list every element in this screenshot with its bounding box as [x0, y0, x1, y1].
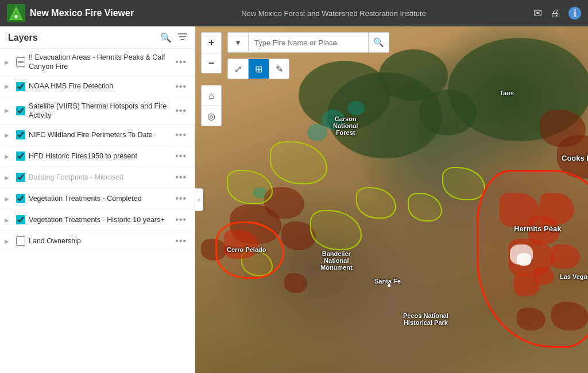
- historic-area: [551, 302, 588, 331]
- layers-list: ▶!! Evacuation Areas - Hermits Peaks & C…: [0, 49, 195, 373]
- location-button[interactable]: ◎: [201, 106, 222, 126]
- sidebar-icons: 🔍: [160, 32, 188, 44]
- home-button[interactable]: ⌂: [201, 85, 222, 106]
- nav-buttons: ⤢ ⊞ ✎: [227, 59, 289, 79]
- header-actions: ✉ 🖨 ℹ: [533, 7, 581, 20]
- layer-checkbox[interactable]: [16, 130, 25, 139]
- main-content: Layers 🔍 ▶!! Evacuation Areas - Hermits …: [0, 26, 588, 373]
- layer-checkbox[interactable]: [16, 173, 25, 182]
- layer-expand-icon[interactable]: ▶: [5, 217, 13, 223]
- search-layers-icon[interactable]: 🔍: [160, 32, 172, 44]
- layer-label: NIFC Wildland Fire Perimeters To Date: [29, 130, 173, 139]
- layer-expand-icon[interactable]: ▶: [5, 238, 13, 244]
- map-area[interactable]: CarsonNationalForest Taos Cooks Peak Cer…: [195, 26, 588, 373]
- layer-menu-button[interactable]: •••: [173, 150, 189, 162]
- layer-checkbox[interactable]: [16, 106, 25, 115]
- layer-label: NOAA HMS Fire Detection: [29, 81, 173, 91]
- search-button[interactable]: 🔍: [369, 32, 389, 53]
- layer-label: Satellite (VIIRS) Thermal Hotspots and F…: [29, 102, 173, 121]
- fire-area-cerro: [224, 230, 258, 259]
- layer-expand-icon[interactable]: ▶: [5, 107, 13, 114]
- layer-menu-button[interactable]: •••: [173, 104, 189, 117]
- layer-label: Land Ownership: [29, 236, 173, 246]
- layer-checkbox[interactable]: [16, 236, 25, 246]
- layer-checkbox[interactable]: [16, 194, 25, 203]
- layer-expand-icon[interactable]: ▶: [5, 132, 13, 138]
- layer-checkbox[interactable]: [16, 215, 25, 224]
- app-logo: [7, 4, 25, 22]
- app-title: New Mexico Fire Viewer: [30, 8, 134, 18]
- header-subtitle: New Mexico Forest and Watershed Restorat…: [241, 9, 426, 18]
- zoom-in-button[interactable]: +: [201, 32, 222, 53]
- layer-checkbox[interactable]: [16, 82, 25, 91]
- sidebar-header: Layers 🔍: [0, 26, 195, 49]
- search-input[interactable]: [248, 32, 369, 53]
- teal-patch: [347, 101, 365, 115]
- layer-menu-button[interactable]: •••: [173, 213, 189, 226]
- fire-area: [534, 267, 554, 285]
- historic-area: [284, 273, 307, 293]
- collapse-sidebar-button[interactable]: ‹: [195, 188, 203, 211]
- svg-point-3: [14, 15, 18, 18]
- layer-expand-icon[interactable]: ▶: [5, 196, 13, 202]
- layer-expand-icon[interactable]: ▶: [5, 174, 13, 181]
- layers-title: Layers: [8, 33, 38, 43]
- layer-menu-button[interactable]: •••: [173, 80, 189, 93]
- layer-expand-icon[interactable]: ▶: [5, 153, 13, 160]
- search-bar: ▾ 🔍: [227, 32, 389, 53]
- layer-item[interactable]: ▶Satellite (VIIRS) Thermal Hotspots and …: [0, 98, 195, 125]
- historic-area: [201, 239, 227, 261]
- layer-expand-icon[interactable]: ▶: [5, 59, 13, 65]
- layer-menu-button[interactable]: •••: [173, 171, 189, 184]
- layer-menu-button[interactable]: •••: [173, 129, 189, 141]
- grid-view-button[interactable]: ⊞: [248, 59, 269, 79]
- collapse-icon: ‹: [198, 197, 200, 203]
- layer-menu-button[interactable]: •••: [173, 56, 189, 68]
- zoom-out-button[interactable]: −: [201, 53, 222, 73]
- layer-menu-button[interactable]: •••: [173, 235, 189, 247]
- tool-buttons: ⌂ ◎: [201, 85, 222, 126]
- back-nav-button[interactable]: ⤢: [227, 59, 248, 79]
- sidebar: Layers 🔍 ▶!! Evacuation Areas - Hermits …: [0, 26, 195, 373]
- layer-checkbox[interactable]: [16, 57, 25, 67]
- layer-item[interactable]: ▶NOAA HMS Fire Detection•••: [0, 76, 195, 98]
- search-dropdown-button[interactable]: ▾: [227, 32, 248, 53]
- info-icon[interactable]: ℹ: [568, 7, 581, 20]
- layer-item[interactable]: ▶Vegetation Treatments - Completed•••: [0, 188, 195, 209]
- layer-item[interactable]: ▶Land Ownership•••: [0, 231, 195, 252]
- email-icon[interactable]: ✉: [533, 7, 542, 20]
- layer-expand-icon[interactable]: ▶: [5, 83, 13, 90]
- historic-area: [517, 308, 546, 331]
- app-header: New Mexico Fire Viewer New Mexico Forest…: [0, 0, 588, 26]
- layer-label: Vegetation Treatments - Completed: [29, 194, 173, 203]
- fire-area: [551, 244, 580, 269]
- draw-button[interactable]: ✎: [269, 59, 289, 79]
- filter-layers-icon[interactable]: [177, 32, 188, 44]
- print-icon[interactable]: 🖨: [550, 7, 560, 20]
- layer-item[interactable]: ▶!! Evacuation Areas - Hermits Peaks & C…: [0, 49, 195, 76]
- layer-item[interactable]: ▶HFD Historic Fires1950 to present•••: [0, 146, 195, 167]
- layer-label: Vegetation Treatments - Historic 10 year…: [29, 215, 173, 224]
- layer-label: Building Footprints - Microsoft: [29, 173, 173, 182]
- layer-checkbox[interactable]: [16, 151, 25, 161]
- layer-label: !! Evacuation Areas - Hermits Peaks & Ca…: [29, 53, 173, 72]
- layer-item[interactable]: ▶Vegetation Treatments - Historic 10 yea…: [0, 209, 195, 231]
- layer-label: HFD Historic Fires1950 to present: [29, 151, 173, 161]
- zoom-toolbar: + −: [201, 32, 222, 73]
- layer-item[interactable]: ▶Building Footprints - Microsoft•••: [0, 167, 195, 188]
- forest-patch: [419, 90, 477, 135]
- teal-patch: [307, 124, 327, 141]
- layer-item[interactable]: ▶NIFC Wildland Fire Perimeters To Date••…: [0, 125, 195, 146]
- filter-svg: [177, 32, 188, 41]
- fire-area: [540, 193, 574, 224]
- header-left: New Mexico Fire Viewer: [7, 4, 134, 22]
- layer-menu-button[interactable]: •••: [173, 192, 189, 205]
